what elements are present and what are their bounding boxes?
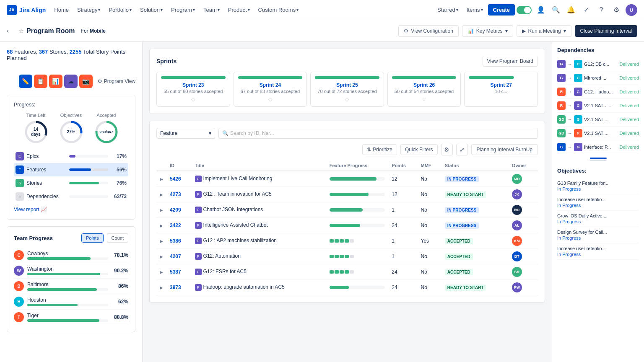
sprint-27-name[interactable]: Sprint 27 <box>469 82 533 88</box>
collapse-sidebar-button[interactable]: ‹ <box>7 20 15 42</box>
prioritize-button[interactable]: ⇅ Prioritize <box>362 144 397 155</box>
theme-toggle[interactable] <box>517 6 532 14</box>
user-icon[interactable]: 👤 <box>535 4 547 16</box>
team-row-washington[interactable]: W Washington 90.2% <box>14 263 128 279</box>
sprint-card-24[interactable]: Sprint 24 67 out of 83 stories accepted … <box>234 72 307 107</box>
nav-solution[interactable]: Solution ▾ <box>137 0 166 20</box>
sprint-card-26[interactable]: Sprint 26 50 out of 54 stories accepted … <box>387 72 461 107</box>
row-expand[interactable]: ▶ <box>156 187 166 202</box>
col-id[interactable]: ID <box>166 160 192 171</box>
col-progress[interactable]: Feature Progress <box>326 160 389 171</box>
dependency-item[interactable]: G → C G12: DB c... Delivered <box>557 57 639 71</box>
row-expand[interactable]: ▶ <box>156 218 166 233</box>
view-configuration-button[interactable]: ⚙ View Configuration <box>398 25 459 37</box>
nav-strategy[interactable]: Strategy ▾ <box>74 0 104 20</box>
row-expand[interactable]: ▶ <box>156 280 166 295</box>
row-id[interactable]: 5426 <box>166 171 192 187</box>
view-program-board-button[interactable]: View Program Board <box>483 56 538 67</box>
create-button[interactable]: Create <box>488 4 515 16</box>
view-report-link[interactable]: View report 📈 <box>14 207 128 212</box>
table-row[interactable]: ▶ 4207 FG12: Automation 1 No ACCEPTED BT <box>156 249 538 264</box>
team-row-cowboys[interactable]: C Cowboys 78.1% <box>14 248 128 263</box>
team-row-baltimore[interactable]: B Baltimore 86% <box>14 279 128 294</box>
objective-item[interactable]: Increase user retentio... In Progress <box>557 194 639 211</box>
key-metrics-button[interactable]: 📊 Key Metrics ▾ <box>462 25 513 37</box>
sprint-23-name[interactable]: Sprint 23 <box>161 82 226 88</box>
table-row[interactable]: ▶ 5386 FG12 : AP2 machines stabilization… <box>156 233 538 249</box>
sprint-25-name[interactable]: Sprint 25 <box>315 82 379 88</box>
dependency-item[interactable]: GD → G V2.1 SAT ... Delivered <box>557 113 639 127</box>
epics-bar-row[interactable]: E Epics 17% <box>14 150 128 163</box>
search-icon[interactable]: 🔍 <box>550 4 562 16</box>
logo[interactable]: JA Jira Align <box>7 5 46 15</box>
dependencies-bar-row[interactable]: ⬦ Dependencies 63/73 <box>14 190 128 203</box>
sprint-card-27[interactable]: Sprint 27 18 c... <box>464 72 538 107</box>
notification-bell-icon[interactable]: 🔔 <box>565 4 577 16</box>
expand-icon[interactable]: ⤢ <box>456 144 468 155</box>
nav-custom-rooms[interactable]: Custom Rooms ▾ <box>255 0 302 20</box>
view-icon-4[interactable]: ☁ <box>64 75 78 88</box>
table-row[interactable]: ▶ 5426 FImplement Live Call Monitoring 1… <box>156 171 538 187</box>
table-row[interactable]: ▶ 3973 FHadoop: upgrade automation in AC… <box>156 280 538 295</box>
row-id[interactable]: 4273 <box>166 187 192 202</box>
features-bar-row[interactable]: F Features 56% <box>14 163 128 176</box>
col-status[interactable]: Status <box>441 160 509 171</box>
nav-team[interactable]: Team ▾ <box>200 0 223 20</box>
dependency-item[interactable]: R → G G12: Hadoo... Delivered <box>557 85 639 99</box>
nav-starred[interactable]: Starred ▾ <box>434 0 462 20</box>
sprint-card-25[interactable]: Sprint 25 70 out of 72 stories accepted … <box>310 72 384 107</box>
sprint-card-23[interactable]: Sprint 23 55 out of 60 stories accepted … <box>156 72 230 107</box>
close-planning-interval-button[interactable]: Close Planning Interval <box>575 25 637 37</box>
view-icon-5[interactable]: 📷 <box>79 75 93 88</box>
nav-portfolio[interactable]: Portfolio ▾ <box>105 0 135 20</box>
nav-home[interactable]: Home <box>51 0 72 20</box>
team-row-houston[interactable]: H Houston 62% <box>14 294 128 310</box>
settings-gear-icon[interactable]: ⚙ <box>610 4 622 16</box>
view-icon-2[interactable]: 📋 <box>34 75 47 88</box>
row-id[interactable]: 5387 <box>166 264 192 280</box>
team-tab-points[interactable]: Points <box>81 233 104 243</box>
favorite-star-icon[interactable]: ☆ <box>18 28 24 34</box>
quick-filters-button[interactable]: Quick Filters <box>400 144 438 155</box>
feature-search-wrapper[interactable]: 🔍 Search by ID, Nar... <box>218 128 538 139</box>
sprint-26-icon[interactable]: ☆ <box>392 96 457 102</box>
dependency-item[interactable]: B → G Interface: P... Delivered <box>557 140 639 154</box>
nav-program[interactable]: Program ▾ <box>168 0 198 20</box>
sprint-25-icon[interactable]: ◇ <box>315 96 379 102</box>
col-owner[interactable]: Owner <box>509 160 538 171</box>
row-id[interactable]: 4209 <box>166 202 192 218</box>
settings-icon[interactable]: ⚙ <box>441 144 453 155</box>
run-meeting-button[interactable]: ▶ Run a Meeting ▾ <box>517 25 571 37</box>
team-tab-count[interactable]: Count <box>107 233 128 243</box>
planning-burnup-button[interactable]: Planning Interval BurnUp <box>471 144 538 155</box>
sprint-24-name[interactable]: Sprint 24 <box>238 82 303 88</box>
objective-item[interactable]: Design Survey for Call... In Progress <box>557 227 639 243</box>
row-expand[interactable]: ▶ <box>156 171 166 187</box>
row-id[interactable]: 3422 <box>166 218 192 233</box>
sprint-23-icon[interactable]: ◇ <box>161 96 226 102</box>
user-avatar[interactable]: U <box>626 4 637 16</box>
row-id[interactable]: 5386 <box>166 233 192 249</box>
view-icon-1[interactable]: ✏️ <box>19 75 32 88</box>
nav-product[interactable]: Product ▾ <box>225 0 253 20</box>
row-id[interactable]: 3973 <box>166 280 192 295</box>
table-row[interactable]: ▶ 5387 FG12: ESRs for AC5 24 No ACCEPTED… <box>156 264 538 280</box>
nav-items[interactable]: Items ▾ <box>463 0 486 20</box>
dependency-item[interactable]: R → G V2.1 SAT - ... Delivered <box>557 99 639 113</box>
col-mmf[interactable]: MMF <box>418 160 441 171</box>
row-id[interactable]: 4207 <box>166 249 192 264</box>
table-row[interactable]: ▶ 3422 FIntelligence Assisted Chatbot 24… <box>156 218 538 233</box>
objective-item[interactable]: Grow iOS Daily Active ... In Progress <box>557 211 639 227</box>
team-row-tiger[interactable]: T Tiger 88.8% <box>14 310 128 325</box>
view-icon-3[interactable]: 📊 <box>49 75 62 88</box>
row-expand[interactable]: ▶ <box>156 233 166 249</box>
dependency-item[interactable]: G → C Mirrored ... Delivered <box>557 71 639 85</box>
row-expand[interactable]: ▶ <box>156 249 166 264</box>
sprint-24-icon[interactable]: ◇ <box>238 96 303 102</box>
col-points[interactable]: Points <box>388 160 417 171</box>
objective-item[interactable]: Increase user retentio... In Progress <box>557 243 639 260</box>
table-row[interactable]: ▶ 4209 FChatbot JSON integrations 1 No I… <box>156 202 538 218</box>
feature-filter-select[interactable]: Feature ▾ <box>156 128 215 139</box>
objective-item[interactable]: G13 Family Feature for... In Progress <box>557 178 639 194</box>
checkmark-icon[interactable]: ✓ <box>580 4 592 16</box>
